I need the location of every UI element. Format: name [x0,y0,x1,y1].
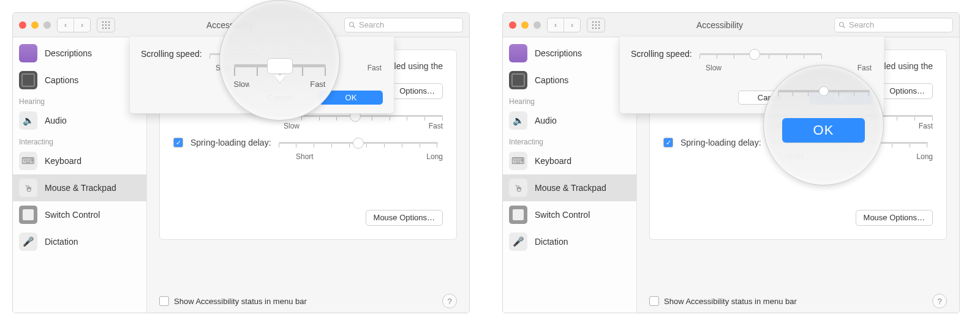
sidebar-label: Keyboard [45,156,81,166]
svg-point-16 [598,24,600,25]
search-icon [349,21,356,29]
window-controls[interactable] [19,21,51,29]
captions-icon [509,71,527,89]
sidebar-item-mouse-trackpad[interactable]: 🖱 Mouse & Trackpad [503,174,636,201]
svg-line-10 [353,26,355,28]
callout-slow-label: Slow [234,80,249,89]
sidebar-item-keyboard[interactable]: ⌨ Keyboard [503,147,636,174]
sidebar-label: Audio [535,116,557,125]
spring-loading-checkbox[interactable]: ✓ [173,138,183,147]
spring-loading-checkbox[interactable]: ✓ [663,138,673,147]
sidebar-label: Mouse & Trackpad [45,183,116,193]
scrolling-speed-label: Scrolling speed: [631,49,692,59]
sidebar-item-keyboard[interactable]: ⌨ Keyboard [13,147,146,174]
svg-point-4 [105,24,107,25]
long-label: Long [426,152,443,161]
svg-point-17 [592,27,594,28]
search-placeholder: Search [359,20,384,29]
sidebar-item-switch-control[interactable]: Switch Control [503,201,636,228]
status-label: Show Accessibility status in menu bar [174,297,307,306]
spring-delay-slider[interactable] [279,142,438,144]
sidebar-item-descriptions[interactable]: Descriptions [13,40,146,67]
callout-ok-zoom: OK [763,65,884,185]
mouse-icon: 🖱 [19,179,37,197]
fast-label: Fast [919,122,933,130]
status-checkbox[interactable]: ✓ [159,296,169,306]
nav-back-forward[interactable]: ‹ › [547,18,581,32]
dictation-icon: 🎤 [509,233,527,251]
spring-label: Spring-loading delay: [190,138,271,147]
sidebar-item-descriptions[interactable]: Descriptions [503,40,636,67]
forward-icon[interactable]: › [564,18,580,32]
svg-point-5 [108,24,110,25]
svg-point-6 [102,27,104,28]
sidebar-label: Descriptions [45,48,92,58]
sidebar: Descriptions Captions Hearing 🔈 Audio In… [13,37,147,313]
svg-point-11 [592,21,594,22]
sidebar-label: Captions [45,75,78,85]
sidebar-item-dictation[interactable]: 🎤 Dictation [13,228,146,255]
sheet-slow-label: Slow [706,64,722,72]
sidebar: Descriptions Captions Hearing 🔈 Audio In… [503,37,637,313]
callout-ok-button[interactable]: OK [782,118,865,143]
show-all-icon[interactable] [587,18,605,32]
double-click-slider[interactable] [284,115,443,117]
window-controls[interactable] [509,21,541,29]
sidebar-label: Audio [45,116,67,125]
keyboard-icon: ⌨ [19,152,37,170]
close-icon[interactable] [509,21,516,29]
minimize-icon[interactable] [521,21,529,29]
callout-fast-label: Fast [311,80,326,89]
section-interacting: Interacting [13,134,146,147]
back-icon[interactable]: ‹ [548,18,564,32]
descriptions-icon [19,44,37,62]
show-all-icon[interactable] [97,18,115,32]
options-button[interactable]: Options… [391,83,443,99]
options-button[interactable]: Options… [881,83,933,99]
descriptions-icon [509,44,527,62]
mouse-options-button[interactable]: Mouse Options… [366,210,443,226]
svg-point-7 [105,27,107,28]
svg-point-1 [105,21,107,22]
maximize-icon [533,21,541,29]
nav-back-forward[interactable]: ‹ › [57,18,91,32]
svg-point-15 [595,24,597,25]
help-button[interactable]: ? [932,294,947,308]
sidebar-label: Dictation [535,237,568,247]
sidebar-label: Keyboard [535,156,571,166]
section-hearing: Hearing [503,94,636,107]
svg-point-20 [840,22,844,26]
help-button[interactable]: ? [442,294,457,308]
scrolling-speed-slider[interactable] [699,53,822,55]
slow-label: Slow [284,122,300,130]
sidebar-item-mouse-trackpad[interactable]: 🖱 Mouse & Trackpad [13,174,146,201]
mouse-options-button[interactable]: Mouse Options… [856,210,933,226]
sidebar-item-captions[interactable]: Captions [13,67,146,94]
callout-slider-zoom: Slow Fast [219,0,340,121]
maximize-icon [43,21,51,29]
search-input[interactable]: Search [834,18,953,32]
minimize-icon[interactable] [31,21,39,29]
mouse-icon: 🖱 [509,179,527,197]
forward-icon[interactable]: › [74,18,90,32]
dictation-icon: 🎤 [19,233,37,251]
sidebar-label: Dictation [45,237,78,247]
search-icon [839,21,846,29]
audio-icon: 🔈 [509,111,527,130]
sidebar-item-switch-control[interactable]: Switch Control [13,201,146,228]
sidebar-label: Mouse & Trackpad [535,183,606,193]
status-checkbox[interactable]: ✓ [649,296,659,306]
search-input[interactable]: Search [344,18,463,32]
sheet-fast-label: Fast [368,64,382,72]
sidebar-item-dictation[interactable]: 🎤 Dictation [503,228,636,255]
status-label: Show Accessibility status in menu bar [664,297,797,306]
section-hearing: Hearing [13,94,146,107]
close-icon[interactable] [19,21,26,29]
svg-point-14 [592,24,594,25]
keyboard-icon: ⌨ [509,152,527,170]
back-icon[interactable]: ‹ [58,18,74,32]
sidebar-item-audio[interactable]: 🔈 Audio [13,107,146,134]
sidebar-item-audio[interactable]: 🔈 Audio [503,107,636,134]
sidebar-item-captions[interactable]: Captions [503,67,636,94]
titlebar: ‹ › Accessibility Search [503,13,959,37]
